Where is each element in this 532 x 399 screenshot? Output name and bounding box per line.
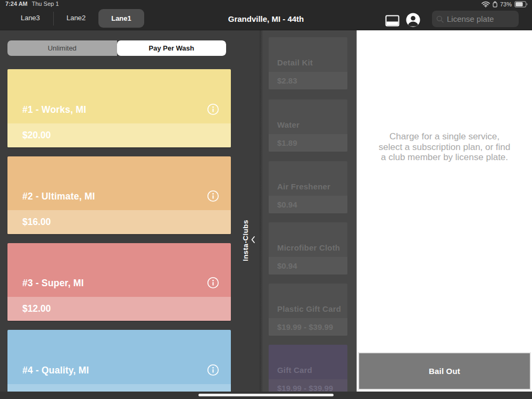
club-item-gift-card: Gift Card $19.99 - $39.99: [269, 345, 347, 392]
wash-card-2-price: $16.00: [22, 217, 51, 228]
wash-card-2[interactable]: #2 - Ultimate, MI $16.00: [7, 156, 231, 234]
tab-lane2[interactable]: Lane2: [55, 7, 97, 29]
club-item-air-freshener: Air Freshener $0.94: [269, 161, 347, 213]
club-item-price: $0.94: [277, 261, 297, 270]
wash-card-3-price-band: $12.00: [7, 297, 231, 321]
info-icon[interactable]: [207, 190, 219, 202]
empty-state-message: Charge for a single service, select a su…: [357, 131, 532, 163]
club-item-price: $19.99 - $39.99: [277, 322, 333, 331]
info-icon[interactable]: [207, 103, 219, 115]
status-date: Thu Sep 1: [32, 1, 59, 7]
wash-card-2-price-band: $16.00: [7, 210, 231, 234]
tab-lane1-selected[interactable]: Lane1: [98, 9, 144, 28]
wash-card-2-name: #2 - Ultimate, MI: [22, 191, 207, 202]
wash-card-3-name: #3 - Super, MI: [22, 278, 207, 289]
cash-drawer-button[interactable]: [384, 13, 400, 29]
wifi-icon: [481, 1, 490, 7]
status-time: 7:24 AM: [5, 1, 28, 7]
tab-lane2-label: Lane2: [66, 14, 86, 22]
wash-card-3-main: #3 - Super, MI: [7, 243, 231, 297]
insta-clubs-drawer-handle[interactable]: Insta-Clubs: [237, 206, 259, 275]
empty-state-line-3: a club member by license plate.: [357, 152, 532, 163]
status-bar-right: 73%: [481, 1, 528, 7]
tab-lane1-label: Lane1: [111, 14, 131, 22]
club-item-name: Air Freshener: [277, 182, 330, 191]
license-plate-search[interactable]: [432, 11, 519, 27]
account-icon: [406, 13, 420, 27]
segment-pay-per-wash[interactable]: Pay Per Wash: [117, 40, 227, 56]
club-item-plastic-gift-card: Plastic Gift Card $19.99 - $39.99: [269, 284, 347, 336]
wash-card-4-name: #4 - Quality, MI: [22, 365, 207, 376]
club-item-price: $2.83: [277, 76, 297, 85]
wash-card-1[interactable]: #1 - Works, MI $20.00: [7, 69, 231, 147]
club-item-price: $0.94: [277, 200, 297, 209]
empty-state-line-1: Charge for a single service,: [357, 131, 532, 142]
license-plate-input[interactable]: [447, 14, 514, 23]
insta-clubs-label: Insta-Clubs: [239, 206, 251, 275]
club-item-water: Water $1.89: [269, 99, 347, 152]
wash-card-1-price: $20.00: [22, 130, 51, 141]
club-item-price: $1.89: [277, 138, 297, 147]
club-item-name: Microfiber Cloth: [277, 243, 340, 252]
home-indicator[interactable]: [198, 394, 334, 396]
wash-card-4-main: #4 - Quality, MI: [7, 330, 231, 384]
tab-lane3[interactable]: Lane3: [10, 7, 51, 29]
bail-out-label: Bail Out: [429, 367, 460, 376]
battery-icon: [514, 1, 528, 7]
club-item-name: Plastic Gift Card: [277, 304, 341, 313]
info-icon[interactable]: [207, 364, 219, 376]
wash-list-panel[interactable]: Unlimited Pay Per Wash #1 - Works, MI $2…: [0, 30, 260, 392]
club-item-detail-kit: Detail Kit $2.83: [269, 37, 347, 89]
cash-drawer-icon: [385, 15, 400, 27]
status-bar-left: 7:24 AM Thu Sep 1: [5, 1, 59, 7]
segment-unlimited[interactable]: Unlimited: [7, 40, 117, 56]
wash-type-segmented-control: Unlimited Pay Per Wash: [7, 40, 226, 56]
tab-lane3-label: Lane3: [21, 14, 40, 22]
account-button[interactable]: [405, 12, 421, 28]
club-item-name: Gift Card: [277, 365, 312, 375]
battery-percent: 73%: [500, 1, 512, 7]
wash-card-1-price-band: $20.00: [7, 123, 231, 147]
insta-clubs-column-dimmed: Detail Kit $2.83 Water $1.89 Air Freshen…: [260, 30, 356, 392]
club-item-name: Detail Kit: [277, 58, 313, 67]
empty-state-line-2: select a subscription plan, or find: [357, 142, 532, 153]
wash-card-4[interactable]: #4 - Quality, MI: [7, 330, 231, 392]
wash-card-1-main: #1 - Works, MI: [7, 69, 231, 123]
checkout-panel: Charge for a single service, select a su…: [356, 30, 532, 392]
wash-card-1-name: #1 - Works, MI: [22, 104, 207, 115]
bottom-bar: [0, 392, 532, 399]
search-icon: [436, 15, 444, 23]
wash-card-2-main: #2 - Ultimate, MI: [7, 156, 231, 210]
column-edge-shadow: [260, 30, 263, 392]
pos-app: 7:24 AM Thu Sep 1 73% Lane3: [0, 0, 532, 399]
wash-card-4-price-band: [7, 384, 231, 392]
top-bar: 7:24 AM Thu Sep 1 73% Lane3: [0, 0, 532, 30]
club-item-price: $19.99 - $39.99: [277, 384, 333, 392]
wash-card-3[interactable]: #3 - Super, MI $12.00: [7, 243, 231, 321]
lane-tab-divider: [53, 12, 54, 26]
club-item-microfiber-cloth: Microfiber Cloth $0.94: [269, 222, 347, 275]
segment-pay-per-wash-label: Pay Per Wash: [148, 44, 194, 52]
info-icon[interactable]: [207, 277, 219, 289]
lock-icon: [493, 1, 497, 7]
wash-card-3-price: $12.00: [22, 303, 51, 314]
segment-unlimited-label: Unlimited: [48, 44, 77, 52]
chevron-left-icon: [251, 236, 255, 244]
club-item-name: Water: [277, 120, 300, 129]
bail-out-button[interactable]: Bail Out: [358, 352, 531, 390]
